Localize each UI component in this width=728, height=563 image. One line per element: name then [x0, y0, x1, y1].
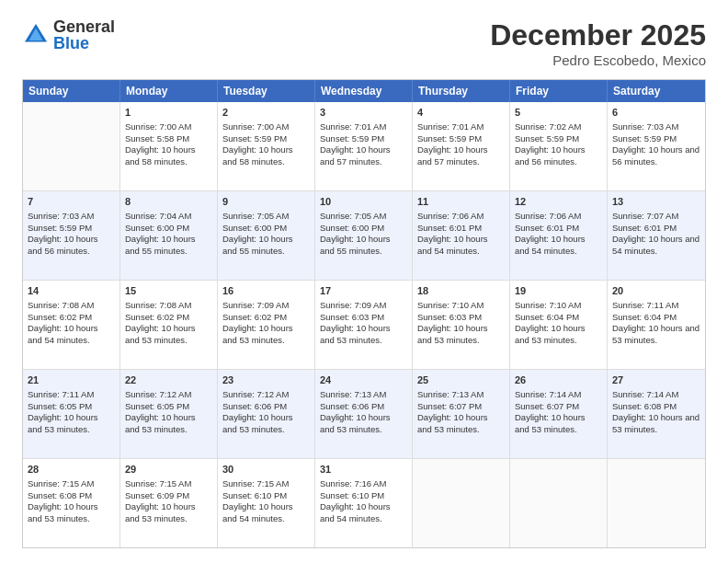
logo-blue-text: Blue	[53, 35, 115, 52]
empty-cell	[23, 102, 120, 190]
sunrise-text: Sunrise: 7:04 AM	[125, 211, 191, 221]
daylight-text: Daylight: 10 hours and 54 minutes.	[320, 501, 391, 523]
sunset-text: Sunset: 6:06 PM	[222, 401, 287, 411]
day-number: 13	[612, 195, 700, 209]
sunset-text: Sunset: 6:07 PM	[515, 401, 579, 411]
day-number: 27	[612, 373, 700, 387]
day-number: 22	[125, 373, 212, 387]
weekday-header-monday: Monday	[120, 80, 218, 102]
day-number: 3	[320, 106, 407, 120]
day-cell-20: 20Sunrise: 7:11 AMSunset: 6:04 PMDayligh…	[608, 281, 705, 369]
sunrise-text: Sunrise: 7:13 AM	[320, 389, 386, 399]
calendar-row: 14Sunrise: 7:08 AMSunset: 6:02 PMDayligh…	[23, 281, 705, 370]
sunrise-text: Sunrise: 7:05 AM	[222, 211, 289, 221]
day-number: 11	[417, 195, 505, 209]
daylight-text: Daylight: 10 hours and 53 minutes.	[125, 501, 196, 523]
day-cell-24: 24Sunrise: 7:13 AMSunset: 6:06 PMDayligh…	[315, 370, 413, 458]
sunset-text: Sunset: 5:59 PM	[417, 133, 482, 144]
daylight-text: Daylight: 10 hours and 53 minutes.	[612, 323, 700, 345]
day-cell-3: 3Sunrise: 7:01 AMSunset: 5:59 PMDaylight…	[315, 102, 413, 190]
day-cell-11: 11Sunrise: 7:06 AMSunset: 6:01 PMDayligh…	[413, 191, 510, 280]
sunrise-text: Sunrise: 7:08 AM	[28, 300, 94, 310]
sunset-text: Sunset: 6:00 PM	[320, 223, 384, 233]
day-number: 31	[320, 463, 407, 477]
day-number: 26	[515, 373, 602, 387]
day-number: 1	[125, 106, 212, 120]
sunset-text: Sunset: 6:01 PM	[515, 223, 579, 233]
sunrise-text: Sunrise: 7:12 AM	[125, 389, 191, 399]
weekday-header-thursday: Thursday	[413, 80, 510, 102]
day-number: 17	[320, 284, 407, 298]
daylight-text: Daylight: 10 hours and 57 minutes.	[320, 144, 391, 167]
sunset-text: Sunset: 5:59 PM	[320, 133, 384, 144]
calendar-row: 7Sunrise: 7:03 AMSunset: 5:59 PMDaylight…	[23, 191, 705, 281]
day-number: 8	[125, 195, 212, 209]
day-cell-19: 19Sunrise: 7:10 AMSunset: 6:04 PMDayligh…	[510, 281, 608, 369]
day-cell-28: 28Sunrise: 7:15 AMSunset: 6:08 PMDayligh…	[23, 459, 120, 547]
daylight-text: Daylight: 10 hours and 55 minutes.	[222, 234, 293, 256]
daylight-text: Daylight: 10 hours and 53 minutes.	[515, 412, 586, 434]
daylight-text: Daylight: 10 hours and 54 minutes.	[417, 234, 488, 256]
sunset-text: Sunset: 6:02 PM	[222, 312, 287, 322]
sunrise-text: Sunrise: 7:11 AM	[28, 389, 94, 399]
daylight-text: Daylight: 10 hours and 53 minutes.	[612, 412, 700, 434]
daylight-text: Daylight: 10 hours and 58 minutes.	[222, 144, 293, 167]
day-cell-9: 9Sunrise: 7:05 AMSunset: 6:00 PMDaylight…	[218, 191, 315, 280]
sunset-text: Sunset: 6:10 PM	[320, 490, 384, 500]
day-number: 21	[28, 373, 115, 387]
day-number: 25	[417, 373, 505, 387]
logo: General Blue	[22, 18, 115, 52]
daylight-text: Daylight: 10 hours and 53 minutes.	[417, 323, 488, 345]
day-number: 15	[125, 284, 212, 298]
sunrise-text: Sunrise: 7:16 AM	[320, 478, 386, 488]
logo-text: General Blue	[53, 18, 115, 52]
sunset-text: Sunset: 6:00 PM	[222, 223, 287, 233]
sunrise-text: Sunrise: 7:12 AM	[222, 389, 289, 399]
daylight-text: Daylight: 10 hours and 57 minutes.	[417, 144, 488, 167]
day-cell-10: 10Sunrise: 7:05 AMSunset: 6:00 PMDayligh…	[315, 191, 413, 280]
daylight-text: Daylight: 10 hours and 53 minutes.	[320, 412, 391, 434]
day-number: 6	[612, 106, 700, 120]
day-cell-31: 31Sunrise: 7:16 AMSunset: 6:10 PMDayligh…	[315, 459, 413, 547]
day-cell-16: 16Sunrise: 7:09 AMSunset: 6:02 PMDayligh…	[218, 281, 315, 369]
day-cell-4: 4Sunrise: 7:01 AMSunset: 5:59 PMDaylight…	[413, 102, 510, 190]
sunrise-text: Sunrise: 7:06 AM	[417, 211, 483, 221]
day-number: 16	[222, 284, 310, 298]
daylight-text: Daylight: 10 hours and 54 minutes.	[612, 234, 700, 256]
day-cell-17: 17Sunrise: 7:09 AMSunset: 6:03 PMDayligh…	[315, 281, 413, 369]
day-number: 2	[222, 106, 310, 120]
daylight-text: Daylight: 10 hours and 53 minutes.	[222, 412, 293, 434]
weekday-header-sunday: Sunday	[23, 80, 120, 102]
sunrise-text: Sunrise: 7:01 AM	[417, 121, 483, 132]
day-number: 24	[320, 373, 407, 387]
sunset-text: Sunset: 6:10 PM	[222, 490, 287, 500]
day-cell-23: 23Sunrise: 7:12 AMSunset: 6:06 PMDayligh…	[218, 370, 315, 458]
empty-cell	[608, 459, 705, 547]
sunset-text: Sunset: 6:05 PM	[28, 401, 92, 411]
sunset-text: Sunset: 6:08 PM	[612, 401, 677, 411]
day-number: 9	[222, 195, 310, 209]
sunrise-text: Sunrise: 7:10 AM	[417, 300, 483, 310]
page-subtitle: Pedro Escobedo, Mexico	[490, 52, 706, 68]
sunset-text: Sunset: 6:04 PM	[612, 312, 677, 322]
sunrise-text: Sunrise: 7:06 AM	[515, 211, 581, 221]
day-cell-1: 1Sunrise: 7:00 AMSunset: 5:58 PMDaylight…	[120, 102, 218, 190]
day-number: 19	[515, 284, 602, 298]
day-number: 30	[222, 463, 310, 477]
sunrise-text: Sunrise: 7:11 AM	[612, 300, 678, 310]
day-cell-7: 7Sunrise: 7:03 AMSunset: 5:59 PMDaylight…	[23, 191, 120, 280]
day-cell-6: 6Sunrise: 7:03 AMSunset: 5:59 PMDaylight…	[608, 102, 705, 190]
daylight-text: Daylight: 10 hours and 53 minutes.	[417, 412, 488, 434]
daylight-text: Daylight: 10 hours and 54 minutes.	[28, 323, 98, 345]
daylight-text: Daylight: 10 hours and 58 minutes.	[125, 144, 196, 167]
daylight-text: Daylight: 10 hours and 53 minutes.	[125, 323, 196, 345]
sunrise-text: Sunrise: 7:09 AM	[320, 300, 386, 310]
day-cell-14: 14Sunrise: 7:08 AMSunset: 6:02 PMDayligh…	[23, 281, 120, 369]
empty-cell	[413, 459, 510, 547]
sunrise-text: Sunrise: 7:15 AM	[125, 478, 191, 488]
sunrise-text: Sunrise: 7:03 AM	[28, 211, 94, 221]
daylight-text: Daylight: 10 hours and 53 minutes.	[125, 412, 196, 434]
day-number: 10	[320, 195, 407, 209]
title-block: December 2025 Pedro Escobedo, Mexico	[490, 18, 706, 68]
sunrise-text: Sunrise: 7:03 AM	[612, 121, 678, 132]
